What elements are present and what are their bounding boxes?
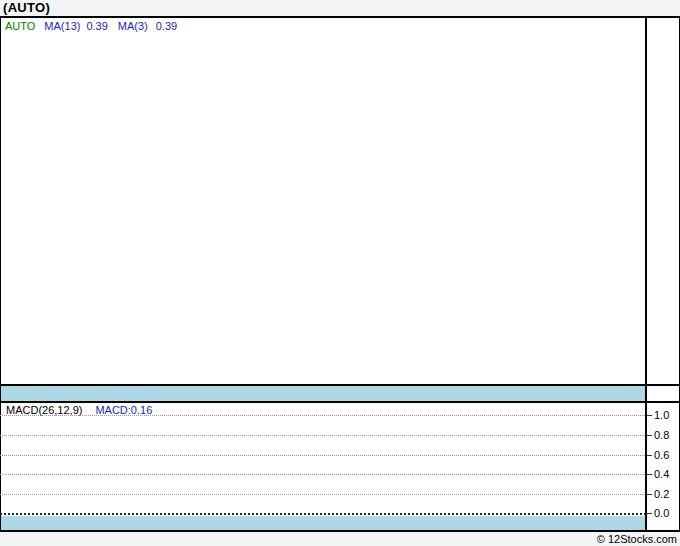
symbol-label: AUTO: [5, 20, 35, 32]
axis-tick: [647, 513, 652, 514]
gridline: [0, 455, 645, 456]
price-legend: AUTO MA(13) 0.39 MA(3) 0.39: [5, 20, 177, 32]
ma3-label: MA(3): [118, 20, 148, 32]
ma13-value: 0.39: [86, 20, 107, 32]
axis-tick-label: 0.8: [654, 429, 680, 442]
axis-tick: [647, 474, 652, 475]
axis-tick-label: 1.0: [654, 409, 680, 422]
axis-tick-label: 0.6: [654, 449, 680, 462]
axis-tick: [647, 455, 652, 456]
date-band-top: [1, 386, 645, 401]
ma3-value: 0.39: [156, 20, 177, 32]
axis-tick: [647, 415, 652, 416]
attribution-text: © 12Stocks.com: [597, 532, 677, 546]
axis-tick-label: 0.2: [654, 488, 680, 501]
axis-tick: [647, 494, 652, 495]
stock-chart-canvas: (AUTO) AUTO MA(13) 0.39 MA(3) 0.39 MACD(…: [0, 0, 680, 546]
macd-panel: MACD(26,12,9) MACD:0.16: [1, 403, 645, 513]
gridline: [0, 494, 645, 495]
page-title: (AUTO): [3, 0, 50, 16]
footer-bar: © 12Stocks.com: [0, 532, 680, 546]
ma13-label: MA(13): [44, 20, 80, 32]
zero-gridline: [0, 513, 645, 515]
axis-tick-label: 0.4: [654, 468, 680, 481]
gridline: [0, 435, 645, 436]
axis-tick: [647, 435, 652, 436]
axis-tick-label: 0.0: [654, 507, 680, 520]
title-bar: (AUTO): [0, 0, 680, 16]
price-panel: AUTO MA(13) 0.39 MA(3) 0.39: [1, 18, 645, 384]
gridline: [0, 474, 645, 475]
right-axis-line: [645, 18, 647, 530]
gridline: [0, 415, 645, 416]
date-band-bottom: [1, 516, 645, 530]
